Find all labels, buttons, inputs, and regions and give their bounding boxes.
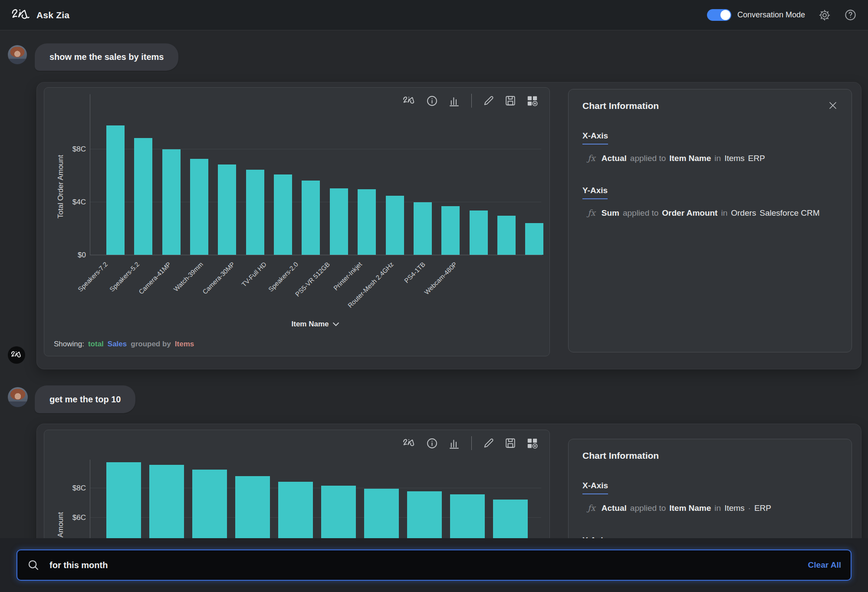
bar-chart-sales-by-items: $8C$4C$0Speakers-7.2Speakers-5.2Camera-4…: [44, 88, 549, 356]
query-input[interactable]: [49, 560, 808, 571]
y-tick-label: $0: [44, 251, 86, 260]
gear-icon[interactable]: [818, 9, 831, 22]
panel-title: Chart Information: [582, 451, 659, 461]
app-title: Ask Zia: [36, 10, 69, 20]
x-axis-section-heading: X-Axis: [582, 481, 608, 494]
bar[interactable]: [497, 216, 516, 255]
chart-card-1: $8C$4C$0Speakers-7.2Speakers-5.2Camera-4…: [44, 87, 550, 356]
gridline: [90, 149, 541, 149]
bar[interactable]: [470, 210, 488, 255]
x-axis-line: [90, 255, 542, 255]
conversation-mode-toggle[interactable]: [707, 9, 731, 21]
close-icon[interactable]: [828, 101, 838, 110]
y-axis-section-heading: Y-Axis: [582, 186, 608, 199]
bar[interactable]: [246, 170, 264, 255]
bar[interactable]: [414, 202, 432, 255]
zia-avatar: [8, 346, 25, 364]
top-bar: Ask Zia Conversation Mode: [0, 0, 868, 30]
user-avatar: [8, 387, 28, 407]
bar[interactable]: [302, 181, 320, 255]
y-axis-line: [90, 94, 90, 255]
bar[interactable]: [162, 149, 181, 255]
query-input-container[interactable]: Clear All: [16, 549, 852, 581]
chevron-down-icon: [332, 322, 339, 326]
bar[interactable]: [274, 174, 292, 255]
bar[interactable]: [190, 159, 208, 255]
ask-zia-app: Ask Zia Conversation Mode: [0, 0, 868, 592]
bar[interactable]: [134, 138, 152, 255]
chart-information-panel-1: Chart Information X-Axis ƒxActualapplied…: [568, 89, 852, 352]
bar[interactable]: [106, 125, 125, 255]
reply-card-1: $8C$4C$0Speakers-7.2Speakers-5.2Camera-4…: [36, 82, 861, 369]
query-dock: Clear All: [0, 538, 868, 592]
message-text: get me the top 10: [49, 395, 121, 405]
fx-icon: ƒx: [588, 503, 595, 513]
x-axis-formula: ƒxActualapplied toItem NameinItemsERP: [582, 153, 838, 163]
showing-row: Showing:totalSalesgrouped byItems: [54, 340, 194, 349]
bar[interactable]: [330, 188, 348, 255]
bar[interactable]: [386, 196, 404, 255]
message-text: show me the sales by items: [49, 52, 164, 62]
help-icon[interactable]: [844, 9, 857, 21]
showing-part: total: [88, 340, 104, 348]
x-axis-title[interactable]: Item Name: [90, 319, 541, 330]
conversation-mode-label: Conversation Mode: [737, 10, 805, 20]
clear-all-button[interactable]: Clear All: [808, 560, 841, 570]
showing-part: grouped by: [131, 340, 171, 348]
toggle-knob: [720, 10, 730, 20]
bar[interactable]: [441, 206, 460, 255]
fx-icon: ƒx: [588, 153, 595, 163]
x-axis-section-heading: X-Axis: [582, 131, 608, 145]
showing-label: Showing:: [54, 340, 84, 348]
zia-logo: [11, 7, 30, 23]
bar[interactable]: [525, 223, 543, 255]
panel-title: Chart Information: [582, 101, 659, 111]
search-icon: [27, 559, 40, 572]
showing-part: Sales: [108, 340, 127, 348]
fx-icon: ƒx: [588, 208, 595, 217]
bar[interactable]: [218, 164, 236, 255]
y-axis-title: Total Order Amount: [55, 130, 66, 243]
y-axis-formula: ƒxSumapplied toOrder AmountinOrdersSales…: [582, 208, 838, 218]
user-message-bubble: show me the sales by items: [35, 43, 178, 71]
user-avatar: [8, 45, 27, 64]
user-message-bubble: get me the top 10: [35, 385, 135, 413]
bar[interactable]: [358, 189, 376, 255]
x-axis-formula: ƒxActualapplied toItem NameinItems·ERP: [582, 503, 838, 513]
showing-part: Items: [175, 340, 194, 348]
